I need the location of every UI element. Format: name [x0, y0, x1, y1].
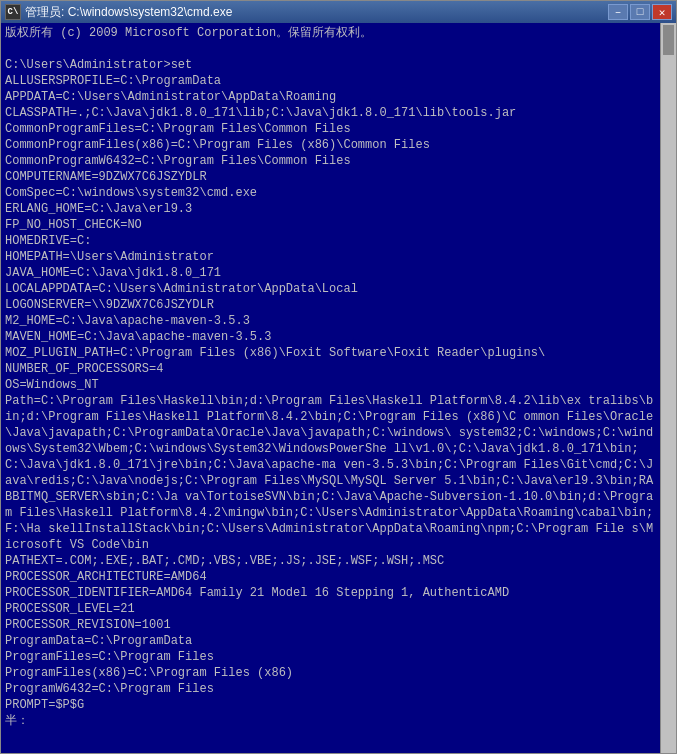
console-output: 版权所有 (c) 2009 Microsoft Corporation。保留所有… [5, 25, 656, 729]
cmd-icon: C\ [5, 4, 21, 20]
cmd-window: C\ 管理员: C:\windows\system32\cmd.exe – □ … [0, 0, 677, 754]
title-bar-buttons: – □ ✕ [608, 4, 672, 20]
title-bar: C\ 管理员: C:\windows\system32\cmd.exe – □ … [1, 1, 676, 23]
scrollbar-thumb[interactable] [663, 25, 674, 55]
window-title: 管理员: C:\windows\system32\cmd.exe [25, 4, 232, 21]
maximize-button[interactable]: □ [630, 4, 650, 20]
console-inner: 版权所有 (c) 2009 Microsoft Corporation。保留所有… [1, 23, 676, 753]
minimize-button[interactable]: – [608, 4, 628, 20]
console-area[interactable]: 版权所有 (c) 2009 Microsoft Corporation。保留所有… [1, 23, 676, 753]
scrollbar[interactable] [660, 23, 676, 753]
close-button[interactable]: ✕ [652, 4, 672, 20]
title-bar-left: C\ 管理员: C:\windows\system32\cmd.exe [5, 4, 232, 21]
